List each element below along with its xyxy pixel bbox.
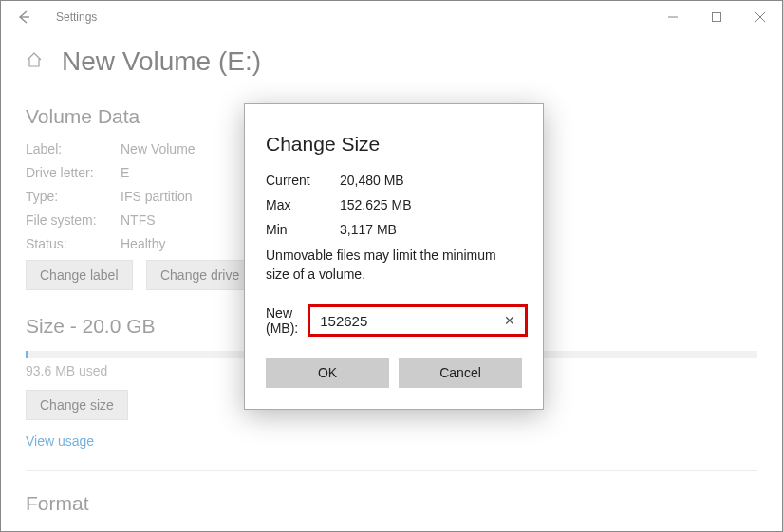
dialog-current-row: Current 20,480 MB [266,173,522,188]
dialog-ok-button[interactable]: OK [266,358,389,388]
dialog-max-row: Max 152,625 MB [266,197,522,212]
dialog-max-key: Max [266,197,340,212]
dialog-input-highlight: ✕ [308,304,528,337]
dialog-note: Unmovable files may limit the minimum si… [266,247,522,284]
change-size-dialog: Change Size Current 20,480 MB Max 152,62… [244,103,544,410]
dialog-min-key: Min [266,222,340,237]
dialog-new-label: New (MB): [266,305,298,336]
clear-input-icon[interactable]: ✕ [500,313,519,328]
dialog-min-row: Min 3,117 MB [266,222,522,237]
dialog-button-row: OK Cancel [266,358,522,388]
new-size-input[interactable] [320,313,500,329]
dialog-min-val: 3,117 MB [340,222,397,237]
dialog-input-row: New (MB): ✕ [266,304,522,337]
dialog-current-key: Current [266,173,340,188]
dialog-max-val: 152,625 MB [340,197,412,212]
dialog-title: Change Size [266,133,522,156]
dialog-cancel-button[interactable]: Cancel [399,358,522,388]
dialog-current-val: 20,480 MB [340,173,404,188]
